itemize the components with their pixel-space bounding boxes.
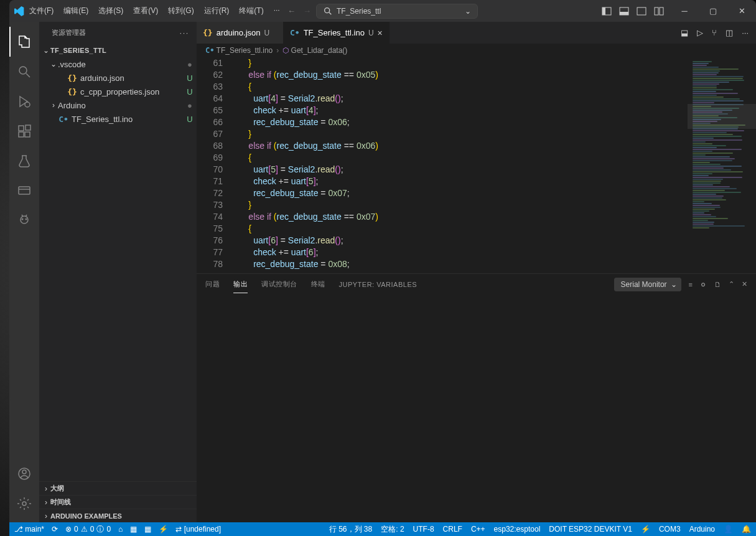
svg-point-25 (22, 502, 26, 505)
status-right-3[interactable]: CRLF (443, 525, 462, 534)
nav-back-icon[interactable]: ← (287, 6, 296, 16)
svg-point-11 (25, 102, 30, 107)
sidebar-section-时间线[interactable]: ›时间线 (39, 495, 197, 509)
svg-point-24 (22, 470, 26, 474)
activity-remote[interactable] (9, 176, 39, 206)
code-content[interactable]: } else if (rec_debug_state == 0x05) { ua… (234, 57, 688, 273)
editor-split-icon[interactable]: ◫ (726, 28, 733, 37)
status-right-11[interactable]: 🔔 (742, 525, 751, 534)
menu-5[interactable]: 运行(R) (199, 3, 235, 19)
svg-rect-3 (602, 7, 605, 15)
layout-bottom-icon[interactable] (619, 6, 629, 16)
menu-6[interactable]: 终端(T) (234, 3, 268, 19)
tree-item-TF_Series_ttl.ino[interactable]: C•TF_Series_ttl.inoU (39, 112, 197, 126)
panel-tab-终端[interactable]: 终端 (311, 276, 325, 293)
breadcrumb[interactable]: C• TF_Series_ttl.ino›⬡ Get_Lidar_data() (197, 44, 756, 57)
sidebar-section-ARDUINO EXAMPLES[interactable]: ›ARDUINO EXAMPLES (39, 509, 197, 522)
panel-tabs: 问题输出调试控制台终端JUPYTER: VARIABLESSerial Moni… (197, 274, 756, 294)
svg-rect-8 (660, 7, 663, 15)
tab-arduino.json[interactable]: {}arduino.jsonU (197, 22, 284, 44)
command-search[interactable]: TF_Series_ttl ⌄ (316, 4, 478, 19)
sidebar-section-大纲[interactable]: ›大纲 (39, 481, 197, 495)
activity-settings[interactable] (9, 489, 39, 519)
activity-extensions[interactable] (9, 116, 39, 146)
svg-rect-5 (620, 12, 628, 15)
editor-action-icon[interactable]: ▷ (697, 28, 703, 37)
menu-2[interactable]: 选择(S) (93, 3, 128, 19)
tree-item-arduino.json[interactable]: {}arduino.jsonU (39, 71, 197, 85)
status-right-9[interactable]: Arduino (689, 525, 715, 534)
tab-close-icon[interactable]: × (378, 28, 383, 38)
status-sync[interactable]: ⟳ (52, 525, 58, 534)
panel-tab-问题[interactable]: 问题 (205, 276, 220, 293)
status-home[interactable]: ⌂ (118, 525, 123, 534)
status-right-5[interactable]: esp32:esptool (494, 525, 541, 534)
svg-rect-12 (19, 126, 24, 131)
panel-body[interactable] (197, 294, 756, 522)
editor-more-icon[interactable]: ··· (742, 28, 749, 37)
nav-fwd-icon[interactable]: → (303, 6, 311, 16)
activity-accounts[interactable] (9, 459, 39, 489)
status-right-8[interactable]: COM3 (659, 525, 681, 534)
editor-area: {}arduino.jsonUC•TF_Series_ttl.inoU×⬓▷⑂◫… (197, 22, 756, 522)
panel-filter-icon[interactable]: ≡ (689, 281, 693, 288)
menu-4[interactable]: 转到(G) (163, 3, 198, 19)
tree-root[interactable]: ⌄ TF_SERIES_TTL (39, 44, 197, 57)
menu-1[interactable]: 编辑(E) (58, 3, 93, 19)
menu-3[interactable]: 查看(V) (128, 3, 163, 19)
tab-TF_Series_ttl.ino[interactable]: C•TF_Series_ttl.inoU× (284, 22, 390, 44)
chevron-down-icon: ⌄ (465, 7, 471, 16)
tree-item-c_cpp_properties.json[interactable]: {}c_cpp_properties.jsonU (39, 85, 197, 98)
breadcrumb-item[interactable]: C• TF_Series_ttl.ino (205, 46, 273, 55)
status-plug[interactable]: ⚡ (159, 525, 168, 534)
code-editor[interactable]: 616263646566676869707172737475767778 } e… (197, 57, 688, 273)
status-right-1[interactable]: 空格: 2 (381, 524, 404, 535)
activity-explorer[interactable] (9, 27, 39, 57)
status-right-7[interactable]: ⚡ (641, 525, 650, 534)
layout-custom-icon[interactable] (654, 6, 664, 16)
panel-collapse-icon[interactable]: ⌃ (729, 280, 734, 288)
activity-platformio[interactable] (9, 206, 39, 236)
editor-action-icon[interactable]: ⑂ (712, 28, 717, 37)
status-branch[interactable]: ⎇ main* (14, 525, 44, 534)
status-right-6[interactable]: DOIT ESP32 DEVKIT V1 (549, 525, 632, 534)
status-right-4[interactable]: C++ (471, 525, 485, 534)
maximize-button[interactable]: ▢ (699, 0, 727, 22)
minimap[interactable] (688, 57, 756, 273)
activity-testing[interactable] (9, 146, 39, 176)
editor-action-icon[interactable]: ⬓ (681, 28, 688, 37)
activity-search[interactable] (9, 57, 39, 87)
titlebar: 文件(F)编辑(E)选择(S)查看(V)转到(G)运行(R)终端(T)··· ←… (9, 0, 756, 22)
breadcrumb-item[interactable]: ⬡ Get_Lidar_data() (282, 46, 347, 55)
panel-selector[interactable]: Serial Monitor ⌄ (614, 278, 681, 291)
menu-7[interactable]: ··· (269, 3, 285, 19)
menu-0[interactable]: 文件(F) (24, 3, 58, 19)
layout-right-icon[interactable] (637, 6, 646, 16)
search-icon (323, 6, 333, 16)
minimize-button[interactable]: ─ (670, 0, 699, 22)
status-arrows[interactable]: ⇄ [undefined] (175, 525, 221, 534)
svg-point-18 (21, 216, 28, 223)
statusbar: ⎇ main*⟳ ⊗0⚠0ⓘ0⌂ ▦ ▦ ⚡ ⇄ [undefined] 行 5… (9, 522, 756, 536)
status-right-10[interactable]: 👤 (724, 525, 733, 534)
status-right-2[interactable]: UTF-8 (413, 525, 434, 534)
panel-close-icon[interactable]: ✕ (742, 280, 747, 288)
panel-lock-icon[interactable]: ⭘ (700, 281, 707, 288)
sidebar-more-icon[interactable]: ··· (180, 29, 189, 37)
layout-left-icon[interactable] (602, 6, 612, 16)
status-chip[interactable]: ▦ (130, 525, 137, 534)
status-right-0[interactable]: 行 56，列 38 (329, 524, 372, 535)
svg-point-20 (26, 219, 27, 220)
panel-tab-JUPYTER: VARIABLES[interactable]: JUPYTER: VARIABLES (339, 277, 418, 292)
minimap-viewport[interactable] (688, 104, 756, 129)
activity-run[interactable] (9, 87, 39, 116)
status-errwarn[interactable]: ⊗0⚠0ⓘ0 (65, 524, 111, 535)
status-chip[interactable]: ▦ (144, 525, 151, 534)
panel-tab-调试控制台[interactable]: 调试控制台 (261, 276, 297, 293)
panel-tab-输出[interactable]: 输出 (233, 276, 248, 293)
panel-clear-icon[interactable]: 🗋 (714, 281, 721, 288)
close-button[interactable]: ✕ (727, 0, 756, 22)
search-text: TF_Series_ttl (337, 7, 381, 16)
tree-item-Arduino[interactable]: ›Arduino● (39, 98, 197, 112)
tree-item-.vscode[interactable]: ⌄.vscode● (39, 57, 197, 71)
